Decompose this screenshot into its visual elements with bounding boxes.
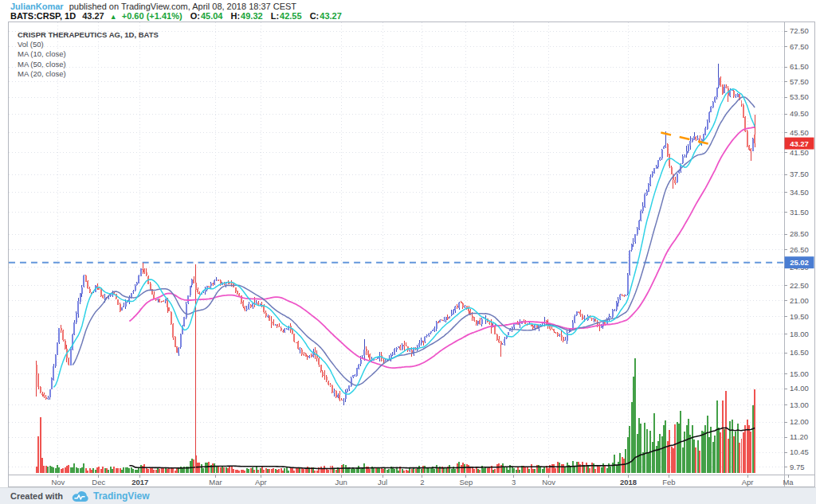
plot-layer bbox=[9, 64, 784, 473]
svg-text:37.50: 37.50 bbox=[790, 170, 809, 178]
change-up-arrow-icon: ▲ bbox=[110, 13, 117, 21]
svg-text:25.02: 25.02 bbox=[790, 258, 809, 267]
symbol-label: BATS:CRSP, 1D bbox=[10, 11, 76, 21]
last-price-text: 43.27 bbox=[82, 11, 104, 21]
volume-ma-line bbox=[129, 428, 755, 468]
svg-text:3: 3 bbox=[512, 478, 516, 486]
tradingview-brand-link[interactable]: TradingView bbox=[93, 490, 149, 502]
svg-text:Feb: Feb bbox=[662, 478, 675, 486]
high-value: 49.32 bbox=[241, 11, 263, 21]
svg-text:61.50: 61.50 bbox=[790, 62, 809, 71]
svg-text:13.00: 13.00 bbox=[790, 400, 809, 409]
svg-text:31.50: 31.50 bbox=[790, 208, 809, 217]
close-value: 43.27 bbox=[320, 11, 342, 21]
svg-text:26.50: 26.50 bbox=[790, 245, 809, 254]
svg-text:Jun: Jun bbox=[335, 478, 347, 486]
footer: Created with TradingView bbox=[0, 487, 816, 504]
svg-text:Sep: Sep bbox=[459, 478, 473, 486]
svg-text:72.50: 72.50 bbox=[790, 26, 809, 35]
svg-text:16.50: 16.50 bbox=[790, 348, 809, 357]
svg-text:15.00: 15.00 bbox=[790, 369, 809, 378]
svg-text:22.50: 22.50 bbox=[790, 281, 809, 290]
svg-text:14.00: 14.00 bbox=[790, 384, 809, 393]
close-label: C: bbox=[310, 11, 320, 21]
change-text: +0.60 (+1.41%) bbox=[122, 11, 182, 21]
price-chart[interactable]: 72.5067.5061.5057.5053.5049.5045.5041.50… bbox=[9, 22, 814, 486]
ma50-line bbox=[129, 127, 755, 368]
author-link[interactable]: JulianKomar bbox=[10, 2, 64, 11]
svg-text:18.00: 18.00 bbox=[790, 330, 809, 338]
svg-text:Nov: Nov bbox=[51, 478, 65, 486]
footer-created-text: Created with bbox=[10, 491, 63, 501]
svg-text:Ma: Ma bbox=[783, 478, 794, 486]
grid-layer bbox=[9, 22, 784, 475]
svg-text:10.45: 10.45 bbox=[790, 447, 809, 456]
svg-text:21.00: 21.00 bbox=[790, 296, 809, 305]
svg-text:34.50: 34.50 bbox=[790, 188, 809, 197]
candlestick-layer bbox=[36, 64, 755, 468]
svg-text:53.50: 53.50 bbox=[790, 92, 809, 101]
publish-info: published on TradingView.com, April 08, … bbox=[69, 2, 296, 11]
svg-text:57.50: 57.50 bbox=[790, 77, 809, 86]
chart-panel: 72.5067.5061.5057.5053.5049.5045.5041.50… bbox=[8, 21, 815, 487]
publish-header: JulianKomar published on TradingView.com… bbox=[10, 2, 296, 11]
low-value: 42.55 bbox=[280, 11, 302, 21]
axes-layer[interactable]: 72.5067.5061.5057.5053.5049.5045.5041.50… bbox=[9, 22, 814, 486]
svg-text:67.50: 67.50 bbox=[790, 42, 809, 51]
svg-text:28.50: 28.50 bbox=[790, 229, 809, 238]
svg-text:Mar: Mar bbox=[209, 478, 222, 486]
svg-text:43.27: 43.27 bbox=[790, 139, 809, 148]
symbol-ohlc-line: BATS:CRSP, 1D 43.27 ▲ +0.60 (+1.41%) O:4… bbox=[10, 11, 342, 21]
svg-text:Jul: Jul bbox=[378, 478, 387, 486]
svg-text:2: 2 bbox=[420, 478, 424, 486]
tradingview-logo-icon[interactable] bbox=[71, 490, 88, 502]
svg-text:Nov: Nov bbox=[542, 478, 555, 486]
high-label: H: bbox=[230, 11, 240, 21]
svg-text:49.50: 49.50 bbox=[790, 110, 809, 119]
svg-text:Apr: Apr bbox=[255, 478, 267, 486]
volume-layer bbox=[36, 358, 755, 474]
open-value: 45.04 bbox=[201, 11, 223, 21]
open-label: O: bbox=[190, 11, 200, 21]
svg-text:45.50: 45.50 bbox=[790, 128, 809, 137]
svg-text:Dec: Dec bbox=[92, 478, 105, 486]
tradingview-snapshot-page: JulianKomar published on TradingView.com… bbox=[0, 0, 816, 504]
svg-text:2018: 2018 bbox=[620, 478, 637, 486]
svg-text:19.50: 19.50 bbox=[790, 312, 809, 321]
svg-text:9.75: 9.75 bbox=[790, 463, 804, 471]
svg-text:Apr: Apr bbox=[742, 478, 754, 486]
svg-text:12.00: 12.00 bbox=[790, 417, 809, 426]
low-label: L: bbox=[271, 11, 279, 21]
svg-text:2017: 2017 bbox=[131, 478, 148, 486]
svg-text:11.20: 11.20 bbox=[790, 432, 808, 441]
